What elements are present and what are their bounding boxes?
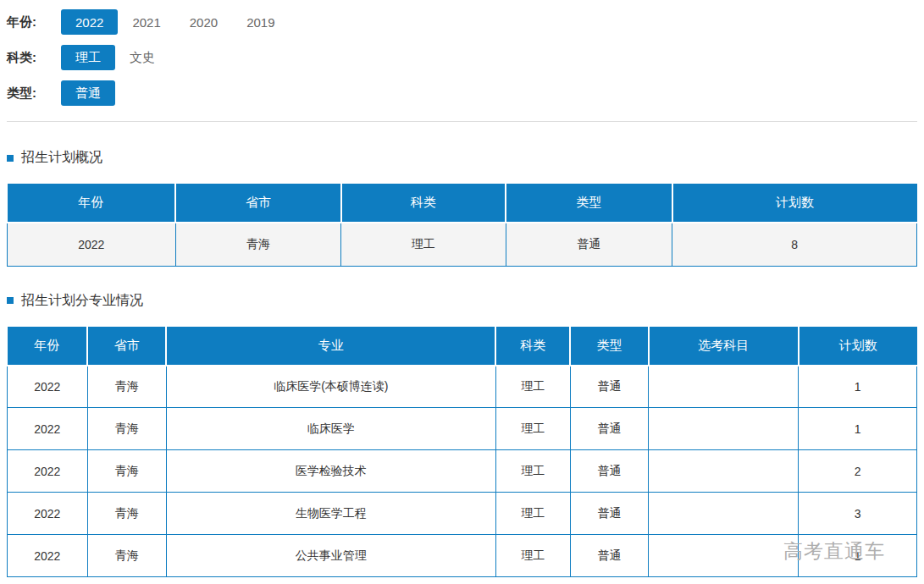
majors-table: 年份省市专业科类类型选考科目计划数2022青海临床医学(本硕博连读)理工普通12… — [7, 327, 917, 578]
table-cell: 理工 — [495, 450, 570, 493]
table-cell: 青海 — [87, 493, 166, 535]
table-cell: 普通 — [570, 408, 648, 450]
table-cell: 临床医学(本硕博连读) — [166, 366, 495, 408]
column-header: 选考科目 — [649, 327, 799, 366]
filter-label-subject: 科类: — [7, 50, 44, 66]
table-cell: 普通 — [570, 535, 648, 577]
section-title: 招生计划分专业情况 — [7, 292, 917, 310]
filter-option-year-2021[interactable]: 2021 — [118, 9, 174, 35]
table-cell: 2022 — [8, 493, 88, 535]
column-header: 计划数 — [672, 184, 917, 223]
table-cell: 普通 — [506, 223, 672, 266]
filter-option-type-普通[interactable]: 普通 — [61, 80, 115, 106]
table-header-row: 年份省市科类类型计划数 — [8, 184, 917, 223]
table-cell — [649, 493, 799, 535]
column-header: 年份 — [8, 184, 176, 223]
table-cell — [649, 366, 799, 408]
table-cell: 1 — [799, 408, 917, 450]
square-bullet-icon — [7, 297, 14, 304]
column-header: 科类 — [341, 184, 506, 223]
filter-option-subject-理工[interactable]: 理工 — [61, 45, 115, 70]
table-row: 2022青海临床医学(本硕博连读)理工普通1 — [8, 366, 917, 408]
filter-option-subject-文史[interactable]: 文史 — [115, 45, 169, 70]
filter-option-year-2020[interactable]: 2020 — [175, 9, 232, 35]
table-cell: 青海 — [87, 450, 166, 493]
table-cell: 3 — [799, 493, 917, 535]
filter-label-year: 年份: — [7, 14, 44, 30]
table-row: 2022青海理工普通8 — [8, 223, 917, 266]
table-cell: 2022 — [8, 366, 88, 408]
column-header: 类型 — [506, 184, 672, 223]
column-header: 省市 — [87, 327, 166, 366]
filter-row-type: 类型:普通 — [7, 80, 917, 106]
table-cell — [649, 408, 799, 450]
sections-container: 招生计划概况年份省市科类类型计划数2022青海理工普通8招生计划分专业情况年份省… — [7, 149, 917, 577]
section-title: 招生计划概况 — [7, 149, 917, 167]
table-cell: 8 — [672, 223, 917, 266]
table-cell: 2022 — [8, 223, 176, 266]
table-cell: 医学检验技术 — [166, 450, 495, 493]
table-cell: 公共事业管理 — [166, 535, 495, 577]
section-title-text: 招生计划概况 — [21, 149, 102, 167]
filter-row-year: 年份:2022202120202019 — [7, 9, 917, 35]
column-header: 年份 — [8, 327, 88, 366]
column-header: 计划数 — [799, 327, 917, 366]
table-cell: 生物医学工程 — [166, 493, 495, 535]
overview-table: 年份省市科类类型计划数2022青海理工普通8 — [7, 184, 917, 267]
table-cell: 青海 — [87, 408, 166, 450]
table-row: 2022青海公共事业管理理工普通1 — [8, 535, 917, 577]
table-cell — [649, 450, 799, 493]
table-cell: 理工 — [495, 493, 570, 535]
table-cell: 普通 — [570, 450, 648, 493]
filter-row-subject: 科类:理工文史 — [7, 45, 917, 70]
filter-option-year-2019[interactable]: 2019 — [232, 9, 289, 35]
table-cell: 普通 — [570, 366, 648, 408]
table-cell: 青海 — [87, 366, 166, 408]
table-row: 2022青海生物医学工程理工普通3 — [8, 493, 917, 535]
table-cell: 理工 — [495, 535, 570, 577]
divider — [7, 121, 917, 122]
table-cell: 1 — [799, 535, 917, 577]
table-cell: 2 — [799, 450, 917, 493]
table-cell — [649, 535, 799, 577]
table-cell: 理工 — [495, 408, 570, 450]
table-cell: 青海 — [175, 223, 340, 266]
column-header: 类型 — [570, 327, 648, 366]
table-cell: 普通 — [570, 493, 648, 535]
filter-label-type: 类型: — [7, 85, 44, 102]
column-header: 省市 — [175, 184, 340, 223]
table-header-row: 年份省市专业科类类型选考科目计划数 — [8, 327, 917, 366]
column-header: 科类 — [495, 327, 570, 366]
table-cell: 青海 — [87, 535, 166, 577]
table-cell: 2022 — [8, 535, 88, 577]
section-title-text: 招生计划分专业情况 — [21, 292, 143, 310]
table-cell: 1 — [799, 366, 917, 408]
table-cell: 2022 — [8, 450, 88, 493]
table-row: 2022青海临床医学理工普通1 — [8, 408, 917, 450]
table-cell: 理工 — [495, 366, 570, 408]
admission-plan-page: 年份:2022202120202019科类:理工文史类型:普通 招生计划概况年份… — [0, 0, 924, 577]
table-row: 2022青海医学检验技术理工普通2 — [8, 450, 917, 493]
table-cell: 2022 — [8, 408, 88, 450]
square-bullet-icon — [7, 155, 14, 162]
filter-panel: 年份:2022202120202019科类:理工文史类型:普通 — [7, 9, 917, 106]
column-header: 专业 — [166, 327, 495, 366]
table-cell: 理工 — [341, 223, 506, 266]
filter-option-year-2022[interactable]: 2022 — [61, 9, 118, 35]
table-cell: 临床医学 — [166, 408, 495, 450]
